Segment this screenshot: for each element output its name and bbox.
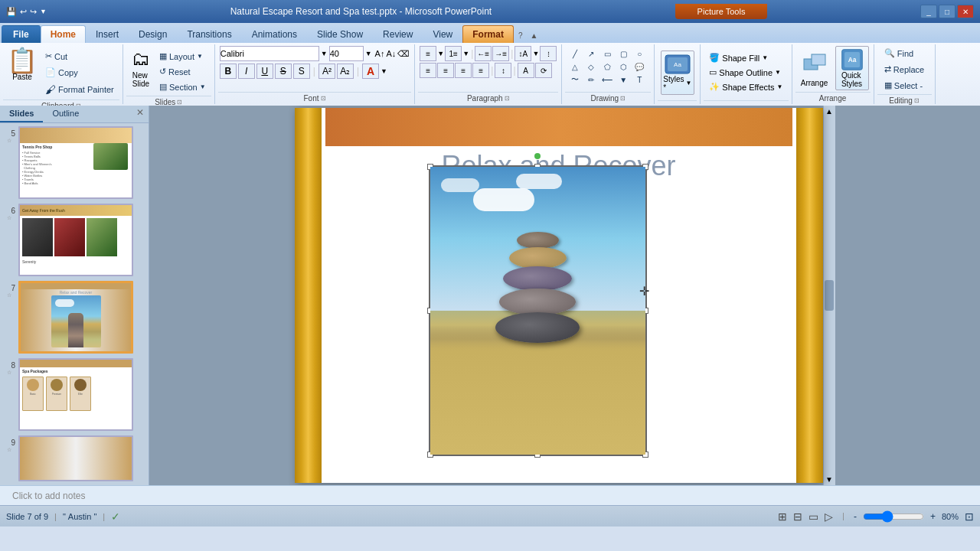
smartart-button[interactable]: ⟳ [535,63,552,78]
tab-home[interactable]: Home [41,25,86,43]
scroll-up-button[interactable]: ▲ [824,106,835,117]
slide-item-5[interactable]: 5 ☆ Tennis Pro Shop • Full Service• Tenn… [3,126,145,199]
slideshow-view-button[interactable]: ▷ [825,510,833,523]
arrange-button[interactable]: Arrange [797,47,832,90]
shape-textbox[interactable]: T [632,73,646,86]
justify-button[interactable]: ≡ [472,63,489,78]
reading-view-button[interactable]: ▭ [808,510,818,523]
normal-view-button[interactable]: ⊞ [778,510,787,523]
save-icon[interactable]: 💾 [6,7,17,17]
slides-tab[interactable]: Slides [0,106,43,122]
decrease-indent-button[interactable]: ←≡ [475,46,492,61]
zoom-slider[interactable] [863,512,924,521]
slide-thumb-9[interactable] [18,435,133,481]
picture-tools-contextual-tab[interactable]: Picture Tools [675,4,767,19]
text-shadow-para-button[interactable]: A [518,63,534,78]
strikethrough-button[interactable]: S [275,64,292,79]
undo-icon[interactable]: ↩ [20,7,27,17]
dropdown-arrow[interactable]: ▼ [40,8,47,15]
shape-roundrect[interactable]: ▢ [616,47,630,60]
shape-diamond[interactable]: ◇ [584,60,598,73]
slide-item-6[interactable]: 6 ☆ Get Away From the Rush Serenity [3,204,145,276]
font-size-input[interactable] [329,46,364,61]
zoom-in-button[interactable]: + [930,511,936,522]
select-button[interactable]: ▦ Select - [880,78,926,93]
slide-image[interactable] [429,165,647,456]
slide-thumb-5[interactable]: Tennis Pro Shop • Full Service• Tennis B… [18,126,133,199]
shape-ellipse[interactable]: ○ [632,47,646,60]
shape-arrow[interactable]: ↗ [584,47,598,60]
window-controls[interactable]: _ □ ✕ [920,5,974,18]
shape-connector[interactable]: ⟵ [600,73,614,86]
tab-slideshow[interactable]: Slide Show [307,25,373,43]
shape-curve[interactable]: 〜 [568,73,582,86]
styles-dropdown-icon[interactable]: ▼ [685,80,691,86]
paste-button[interactable]: 📋 Paste [5,46,40,83]
shape-callout[interactable]: 💬 [632,60,646,73]
font-color-dropdown[interactable]: ▼ [381,67,387,75]
numbering-dropdown[interactable]: ▼ [462,50,469,57]
slides-expand-icon[interactable]: ⊡ [177,99,182,106]
underline-button[interactable]: U [256,64,273,79]
align-right-button[interactable]: ≡ [455,63,472,78]
zoom-level[interactable]: 80% [942,512,959,521]
close-button[interactable]: ✕ [957,5,974,18]
increase-indent-button[interactable]: →≡ [492,46,509,61]
bullets-button[interactable]: ≡ [420,46,436,61]
decrease-font-button[interactable]: A↓ [386,49,396,58]
shape-triangle[interactable]: △ [568,60,582,73]
collapse-ribbon-icon[interactable]: ▲ [527,28,541,43]
shape-effects-button[interactable]: ✨ Shape Effects ▼ [705,80,786,93]
shape-hexagon[interactable]: ⬡ [616,60,630,73]
slide-item-7[interactable]: 7 ☆ Relax and Recover [3,281,145,354]
slide-canvas[interactable]: Relax and Recover [295,108,823,483]
format-painter-button[interactable]: 🖌 Format Painter [41,81,118,98]
find-button[interactable]: 🔍 Find [880,46,917,60]
cut-button[interactable]: ✂ Cut [41,49,118,64]
textshadow-button[interactable]: S [293,64,310,79]
new-slide-button[interactable]: 🗂 NewSlide [128,46,154,90]
drawing-expand-icon[interactable]: ⊡ [620,95,626,102]
notes-placeholder[interactable]: Click to add notes [12,491,85,501]
font-color-button[interactable]: A [362,64,379,79]
font-size-dropdown[interactable]: ▼ [365,50,372,57]
shape-fill-dropdown[interactable]: ▼ [762,54,768,61]
shape-more[interactable]: ▼ [616,73,630,86]
numbering-button[interactable]: 1≡ [445,46,462,61]
slide-thumb-7[interactable]: Relax and Recover [18,281,133,354]
right-scrollbar[interactable]: ▲ ▼ [823,106,835,485]
scroll-down-button[interactable]: ▼ [824,474,835,485]
paragraph-expand-icon[interactable]: ⊡ [505,95,510,102]
line-spacing-button[interactable]: ↕ [495,63,511,78]
scroll-thumb[interactable] [825,280,834,311]
slide-sorter-button[interactable]: ⊟ [793,510,802,523]
font-name-dropdown[interactable]: ▼ [321,50,328,57]
align-left-button[interactable]: ≡ [420,63,436,78]
editing-expand-icon[interactable]: ⊡ [914,97,920,104]
bold-button[interactable]: B [220,64,237,79]
slide-thumb-6[interactable]: Get Away From the Rush Serenity [18,204,133,276]
superscript-button[interactable]: A² [318,64,335,79]
font-expand-icon[interactable]: ⊡ [321,95,326,102]
replace-button[interactable]: ⇄ Replace [880,62,928,77]
tab-insert[interactable]: Insert [86,25,129,43]
shape-outline-dropdown[interactable]: ▼ [775,69,781,76]
shape-effects-dropdown[interactable]: ▼ [777,83,783,90]
align-center-button[interactable]: ≡ [437,63,454,78]
handle-rotation[interactable] [534,153,541,159]
zoom-out-button[interactable]: - [854,511,857,522]
slide-thumb-8[interactable]: Spa Packages Basic Premium [18,358,133,431]
shape-pentagon[interactable]: ⬠ [600,60,614,73]
subscript-button[interactable]: A₂ [337,64,354,79]
quick-styles-arrange-button[interactable]: Aa QuickStyles [835,46,869,90]
shape-outline-button[interactable]: ▭ Shape Outline ▼ [705,66,785,79]
help-icon[interactable]: ? [514,28,528,43]
copy-button[interactable]: 📄 Copy [41,65,118,80]
tab-design[interactable]: Design [129,25,177,43]
section-button[interactable]: ▤ Section ▼ [155,80,210,94]
shape-fill-button[interactable]: 🪣 Shape Fill ▼ [705,51,772,64]
maximize-button[interactable]: □ [939,5,956,18]
tab-view[interactable]: View [423,25,462,43]
columns-button[interactable]: ⫶ [540,46,557,61]
slide-item-8[interactable]: 8 ☆ Spa Packages Basic [3,358,145,431]
